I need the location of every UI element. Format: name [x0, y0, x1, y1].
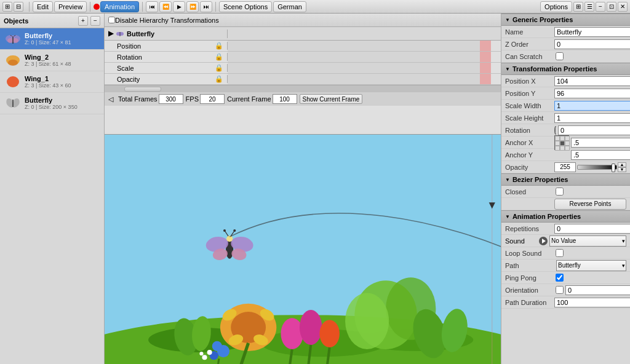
animation-properties-header: ▼ Animation Properties: [501, 210, 630, 223]
options-btn[interactable]: Options: [540, 1, 572, 12]
transport-next[interactable]: ⏩: [186, 1, 199, 12]
timeline-header: Disable Hierarchy Transformations: [105, 14, 501, 27]
timeline-left-icon[interactable]: ◁: [108, 95, 113, 103]
svg-point-73: [223, 229, 226, 232]
object-item-wing2[interactable]: Wing_2 Z: 3 | Size: 61 × 48: [0, 50, 104, 71]
icon-grid[interactable]: ⊞: [573, 2, 583, 12]
remove-object-btn[interactable]: −: [90, 16, 100, 26]
tl-cells-scale[interactable]: [228, 63, 491, 73]
anim-title: Animation Properties: [512, 213, 581, 220]
timeline-name: Butterfly: [127, 30, 154, 38]
transport-end[interactable]: ⏭: [200, 1, 212, 12]
rotation-input[interactable]: [558, 125, 630, 135]
timeline-row-opacity: Opacity 🔒: [105, 74, 501, 85]
timeline-area: ▶ Butterfly 0: [105, 27, 501, 135]
svg-point-47: [300, 310, 322, 345]
disable-hierarchy-checkbox[interactable]: [108, 17, 115, 23]
loop-sound-row: Loop Sound: [501, 247, 630, 259]
can-scratch-checkbox[interactable]: [556, 52, 564, 60]
language-btn[interactable]: German: [273, 1, 306, 12]
generic-properties-header: ▼ Generic Properties: [501, 14, 630, 26]
opacity-down[interactable]: ▼: [618, 167, 626, 172]
orientation-label: Orientation: [505, 287, 554, 294]
scene-options-btn[interactable]: Scene Options: [219, 1, 272, 12]
scale-w-input[interactable]: [554, 101, 630, 111]
transport-start[interactable]: ⏮: [146, 1, 158, 12]
app-icon-2[interactable]: ⊟: [14, 2, 23, 12]
opacity-up[interactable]: ▲: [618, 162, 626, 167]
object-item-wing1[interactable]: Wing_1 Z: 3 | Size: 43 × 60: [0, 71, 104, 93]
animation-btn[interactable]: Animation: [100, 1, 139, 12]
main-layout: Objects + − Butterfly Z: 0 | Size: 47 ×: [0, 14, 630, 364]
opacity-slider[interactable]: [577, 165, 617, 170]
tl-label-opacity: Opacity 🔒: [105, 75, 228, 83]
object-info-1: Butterfly Z: 0 | Size: 47 × 81: [25, 32, 100, 46]
total-frames-field: Total Frames: [118, 94, 183, 104]
current-frame-input[interactable]: [273, 94, 297, 104]
timeline-row-scale: Scale 🔒: [105, 63, 501, 74]
anim-triangle: ▼: [505, 214, 510, 220]
scale-h-input[interactable]: [554, 113, 630, 123]
loop-sound-checkbox[interactable]: [556, 249, 564, 257]
rotation-label: Rotation: [117, 53, 142, 61]
opacity-red-highlight: [480, 74, 491, 84]
bezier-properties-header: ▼ Bezier Properties: [501, 173, 630, 186]
pos-y-input[interactable]: [554, 89, 630, 98]
tl-cells-opacity[interactable]: [228, 74, 491, 84]
icon-doc[interactable]: ☰: [584, 2, 594, 12]
bezier-triangle: ▼: [505, 177, 510, 183]
z-order-input[interactable]: [554, 39, 630, 49]
name-input[interactable]: [554, 27, 630, 37]
wing2-icon: [4, 51, 22, 69]
sound-label: Sound: [505, 237, 537, 245]
timeline-hscrollbar[interactable]: [105, 85, 501, 92]
svg-point-57: [345, 293, 389, 349]
transport-play[interactable]: ▶: [173, 1, 185, 12]
show-current-frame-btn[interactable]: Show Current Frame: [300, 94, 363, 104]
object-item-butterfly-selected[interactable]: Butterfly Z: 0 | Size: 47 × 81: [0, 28, 104, 50]
closed-checkbox[interactable]: [556, 188, 564, 196]
generic-triangle: ▼: [505, 17, 510, 23]
object-info-2: Wing_2 Z: 3 | Size: 61 × 48: [25, 53, 100, 67]
fps-input[interactable]: [200, 94, 225, 104]
path-duration-input[interactable]: [554, 298, 630, 307]
anchor-y-input[interactable]: [571, 150, 630, 160]
timeline-top: ▶ Butterfly 0: [105, 27, 501, 41]
scale-width-row: Scale Width ▲ ▼: [501, 100, 630, 112]
object-info-4: Butterfly Z: 0 | Size: 200 × 350: [25, 97, 100, 110]
timeline-row-position: Position 🔒: [105, 41, 501, 52]
opacity-prop-label: Opacity: [505, 164, 554, 171]
ping-pong-checkbox[interactable]: [556, 274, 564, 282]
reverse-points-btn[interactable]: Reverse Points: [554, 199, 626, 210]
path-select[interactable]: Butterfly: [556, 260, 626, 271]
anchor-y-row: Anchor Y ▲ ▼: [501, 149, 630, 161]
obj-name-1: Butterfly: [25, 32, 100, 39]
icon-minimize[interactable]: −: [596, 2, 605, 12]
edit-btn[interactable]: Edit: [33, 1, 53, 12]
tl-cells-rotation[interactable]: [228, 52, 491, 62]
sound-play-btn[interactable]: [539, 237, 548, 245]
icon-close[interactable]: ✕: [618, 2, 628, 12]
sound-select[interactable]: No Value: [549, 235, 626, 247]
app-icon-1[interactable]: ⊞: [2, 2, 12, 12]
object-item-butterfly2[interactable]: Butterfly Z: 0 | Size: 200 × 350: [0, 93, 104, 114]
total-frames-input[interactable]: [159, 94, 183, 104]
transport-prev[interactable]: ⏪: [159, 1, 172, 12]
orientation-input[interactable]: [565, 285, 630, 295]
anchor-y-label: Anchor Y: [505, 151, 554, 159]
opacity-value-input[interactable]: [554, 162, 576, 172]
preview-btn[interactable]: Preview: [54, 1, 87, 12]
ac-4: [555, 141, 560, 146]
canvas-area[interactable]: [105, 135, 501, 364]
ac-8: [560, 146, 565, 151]
closed-row: Closed: [501, 186, 630, 198]
opacity-handle[interactable]: [612, 164, 615, 172]
scrollbar-thumb[interactable]: [124, 87, 161, 92]
icon-expand[interactable]: ⊡: [607, 2, 616, 12]
anchor-x-input[interactable]: [571, 138, 630, 148]
add-object-btn[interactable]: +: [78, 16, 88, 26]
orientation-checkbox[interactable]: [556, 286, 564, 294]
repetitions-input[interactable]: [554, 224, 630, 234]
tl-cells-position[interactable]: [228, 41, 491, 51]
pos-x-input[interactable]: [554, 76, 630, 86]
